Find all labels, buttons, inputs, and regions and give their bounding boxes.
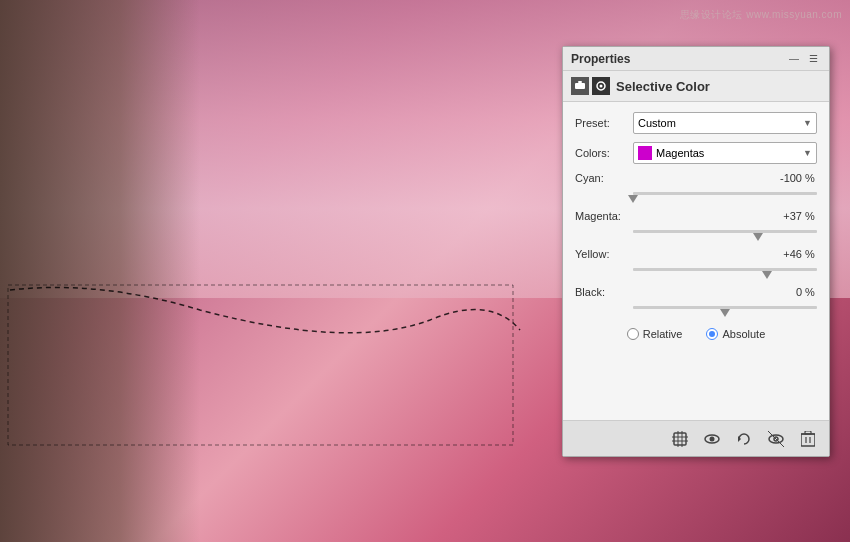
spacer (575, 350, 817, 410)
black-header: Black: 0 % (575, 286, 817, 298)
panel-titlebar: Properties — ☰ (563, 47, 829, 71)
color-swatch (638, 146, 652, 160)
yellow-slider-group: Yellow: +46 % (575, 248, 817, 276)
black-value: 0 (764, 286, 802, 298)
svg-point-11 (710, 436, 715, 441)
colors-row: Colors: Magentas ▼ (575, 142, 817, 164)
absolute-radio-circle (706, 328, 718, 340)
minimize-button[interactable]: — (786, 52, 802, 65)
preset-label: Preset: (575, 117, 633, 129)
magenta-unit: % (805, 210, 817, 222)
cyan-slider[interactable] (633, 186, 817, 200)
black-thumb[interactable] (720, 309, 730, 317)
visibility-icon[interactable] (701, 428, 723, 450)
yellow-header: Yellow: +46 % (575, 248, 817, 260)
yellow-label: Yellow: (575, 248, 633, 260)
delete-icon[interactable] (797, 428, 819, 450)
cyan-track (633, 192, 817, 195)
menu-button[interactable]: ☰ (806, 52, 821, 65)
colors-select[interactable]: Magentas ▼ (633, 142, 817, 164)
preset-value: Custom (638, 117, 676, 129)
cyan-value: -100 (764, 172, 802, 184)
preset-select[interactable]: Custom ▼ (633, 112, 817, 134)
preset-dropdown[interactable]: Custom ▼ (633, 112, 817, 134)
preset-row: Preset: Custom ▼ (575, 112, 817, 134)
magenta-header: Magenta: +37 % (575, 210, 817, 222)
watermark-text: 思缘设计论坛 www.missyuan.com (680, 8, 842, 22)
svg-rect-1 (575, 83, 585, 89)
panel-body: Preset: Custom ▼ Colors: Magentas ▼ (563, 102, 829, 420)
preview-icon[interactable] (765, 428, 787, 450)
adjustment-icon-2[interactable] (592, 77, 610, 95)
cyan-label: Cyan: (575, 172, 633, 184)
relative-radio-circle (627, 328, 639, 340)
crop-icon[interactable] (669, 428, 691, 450)
yellow-unit: % (805, 248, 817, 260)
yellow-value: +46 (764, 248, 802, 260)
panel-toolbar (563, 420, 829, 456)
panel-title: Properties (571, 52, 630, 66)
black-slider[interactable] (633, 300, 817, 314)
magenta-value: +37 (764, 210, 802, 222)
black-slider-group: Black: 0 % (575, 286, 817, 314)
tower-bg (0, 0, 200, 542)
preset-arrow-icon: ▼ (803, 118, 812, 128)
colors-value: Magentas (656, 147, 704, 159)
reset-icon[interactable] (733, 428, 755, 450)
svg-rect-2 (578, 81, 582, 83)
absolute-radio[interactable]: Absolute (706, 328, 765, 340)
relative-label: Relative (643, 328, 683, 340)
colors-dropdown[interactable]: Magentas ▼ (633, 142, 817, 164)
magenta-slider-group: Magenta: +37 % (575, 210, 817, 238)
svg-rect-16 (801, 434, 815, 446)
absolute-radio-dot (709, 331, 715, 337)
cyan-header: Cyan: -100 % (575, 172, 817, 184)
colors-arrow-icon: ▼ (803, 148, 812, 158)
yellow-slider[interactable] (633, 262, 817, 276)
svg-rect-5 (674, 433, 686, 445)
yellow-thumb[interactable] (762, 271, 772, 279)
relative-radio[interactable]: Relative (627, 328, 683, 340)
magenta-thumb[interactable] (753, 233, 763, 241)
cyan-thumb[interactable] (628, 195, 638, 203)
properties-panel: Properties — ☰ Selective Color (562, 46, 830, 457)
absolute-label: Absolute (722, 328, 765, 340)
header-icon-group (571, 77, 610, 95)
adjustment-title: Selective Color (616, 79, 710, 94)
yellow-track (633, 268, 817, 271)
colors-label: Colors: (575, 147, 633, 159)
magenta-track (633, 230, 817, 233)
magenta-slider[interactable] (633, 224, 817, 238)
black-unit: % (805, 286, 817, 298)
cyan-unit: % (805, 172, 817, 184)
rendering-mode-row: Relative Absolute (575, 328, 817, 340)
svg-point-4 (600, 85, 603, 88)
panel-controls: — ☰ (786, 52, 821, 65)
svg-line-15 (768, 431, 784, 447)
panel-header: Selective Color (563, 71, 829, 102)
adjustment-icon-1[interactable] (571, 77, 589, 95)
black-label: Black: (575, 286, 633, 298)
cyan-slider-group: Cyan: -100 % (575, 172, 817, 200)
magenta-label: Magenta: (575, 210, 633, 222)
black-track (633, 306, 817, 309)
